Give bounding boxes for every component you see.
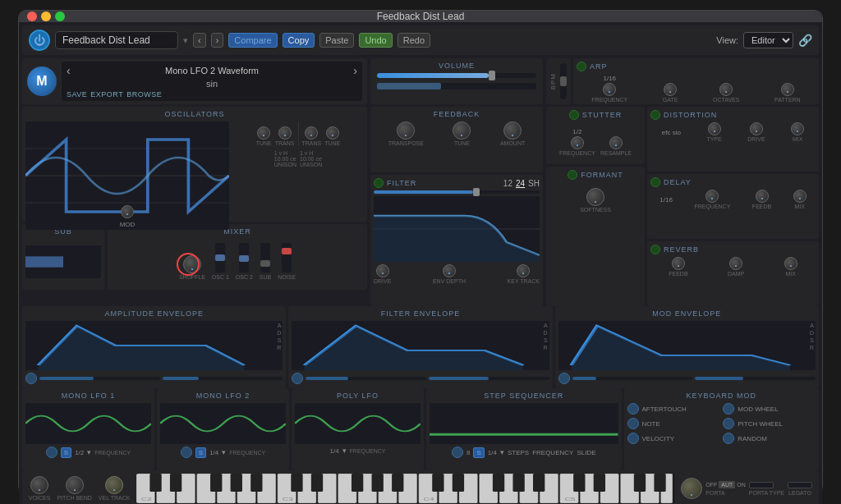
nav-prev-button[interactable]: ‹ xyxy=(193,33,206,48)
preset-next-button[interactable]: › xyxy=(353,64,357,77)
browse-button[interactable]: BROWSE xyxy=(126,90,162,99)
random-icon[interactable] xyxy=(723,433,734,444)
transpose-knob[interactable] xyxy=(397,121,415,140)
stutter-power[interactable] xyxy=(569,110,579,120)
amount-knob[interactable] xyxy=(503,121,522,140)
close-button[interactable] xyxy=(27,11,37,21)
pitch-bend-knob[interactable] xyxy=(66,476,84,494)
export-button[interactable]: EXPORT xyxy=(90,90,123,99)
formant-softness-knob[interactable] xyxy=(586,188,604,206)
svg-rect-65 xyxy=(655,474,666,492)
bpm-slider[interactable] xyxy=(560,63,567,99)
porta-type-input[interactable] xyxy=(749,482,774,488)
reverb-damp-knob[interactable] xyxy=(729,257,742,270)
dist-mix-knob[interactable] xyxy=(791,122,804,135)
arp-freq-knob[interactable] xyxy=(603,83,616,96)
reverb-feedb-knob[interactable] xyxy=(672,257,685,270)
reverb-mix-knob[interactable] xyxy=(784,257,797,270)
dist-drive-knob[interactable] xyxy=(750,122,763,135)
steps-value: 8 xyxy=(466,449,470,456)
mono-lfo2-s-btn[interactable]: S xyxy=(195,447,206,458)
osc1-fader-track[interactable] xyxy=(215,243,225,273)
undo-button[interactable]: Undo xyxy=(359,33,392,48)
filter-sh[interactable]: SH xyxy=(528,179,540,188)
filter-power[interactable] xyxy=(374,178,384,188)
tune-knob-2[interactable] xyxy=(326,126,339,140)
copy-button[interactable]: Copy xyxy=(283,33,315,48)
volume-slider[interactable] xyxy=(377,73,536,78)
note-icon[interactable] xyxy=(627,418,639,429)
save-button[interactable]: SAVE xyxy=(67,90,87,99)
shuffle-knob[interactable] xyxy=(183,255,201,273)
sub-fader-track[interactable] xyxy=(260,243,270,273)
nav-next-button[interactable]: › xyxy=(211,33,224,48)
reverb-section: REVERB FEEDB DAMP xyxy=(647,241,819,306)
maximize-button[interactable] xyxy=(55,11,65,21)
aftertouch-icon[interactable] xyxy=(627,403,639,415)
step-seq-s-btn[interactable]: S xyxy=(473,447,484,458)
unison-label-1: 1 v H10.00 ceUNISON xyxy=(274,150,296,167)
stutter-freq-knob[interactable] xyxy=(571,136,584,149)
arp-octaves-knob[interactable] xyxy=(719,83,733,96)
mono-lfo1-icon[interactable] xyxy=(46,447,57,458)
env-depth-knob[interactable] xyxy=(443,264,456,277)
mod-label: MOD xyxy=(120,221,136,228)
filter-12[interactable]: 12 xyxy=(503,179,512,188)
mono-lfo1-s-btn[interactable]: S xyxy=(61,447,71,458)
minimize-button[interactable] xyxy=(41,11,51,21)
aut-label[interactable]: AUT xyxy=(719,481,735,488)
filter-env-icon[interactable] xyxy=(292,373,303,384)
mono-lfo1-rate-arrow[interactable]: ▾ xyxy=(87,448,91,456)
noise-fader-track[interactable] xyxy=(282,243,292,273)
amp-env-icon[interactable] xyxy=(25,373,37,384)
delay-feedb-knob[interactable] xyxy=(756,190,769,203)
reverb-power[interactable] xyxy=(650,245,660,254)
drive-knob[interactable] xyxy=(376,264,389,277)
preset-prev-button[interactable]: ‹ xyxy=(67,64,71,77)
link-icon[interactable]: 🔗 xyxy=(798,34,812,47)
arp-gate-knob[interactable] xyxy=(664,83,677,96)
dist-value: efc sio xyxy=(662,129,681,136)
mod-wheel-label: MOD WHEEL xyxy=(738,405,778,413)
velocity-icon[interactable] xyxy=(627,433,639,444)
pitch-wheel-icon[interactable] xyxy=(723,418,734,429)
volume-bar-2[interactable] xyxy=(377,83,536,89)
delay-freq-knob[interactable] xyxy=(705,190,719,203)
key-track-knob[interactable] xyxy=(517,264,530,277)
view-select[interactable]: Editor xyxy=(743,32,793,48)
step-seq-icon[interactable] xyxy=(452,447,463,458)
legato-toggle[interactable] xyxy=(788,482,812,488)
mono-lfo2-icon[interactable] xyxy=(181,447,192,458)
mod-env-icon[interactable] xyxy=(558,373,570,384)
step-seq-rate-arrow[interactable]: ▾ xyxy=(500,448,504,456)
paste-button[interactable]: Paste xyxy=(319,33,354,48)
dist-power[interactable] xyxy=(650,110,660,120)
fb-tune-knob[interactable] xyxy=(453,121,471,140)
delay-power[interactable] xyxy=(650,177,660,187)
tune-knob-1[interactable] xyxy=(257,126,270,140)
mono-lfo2-rate-arrow[interactable]: ▾ xyxy=(222,448,226,456)
volume-thumb[interactable] xyxy=(489,71,495,80)
trans-knob-1[interactable] xyxy=(278,126,292,140)
filter-24[interactable]: 24 xyxy=(516,179,525,188)
osc2-fader-track[interactable] xyxy=(239,243,249,273)
arp-pattern-knob[interactable] xyxy=(781,83,794,96)
compare-button[interactable]: Compare xyxy=(228,33,277,48)
redo-button[interactable]: Redo xyxy=(398,33,430,48)
arp-power[interactable] xyxy=(577,62,586,71)
mod-knob[interactable] xyxy=(121,205,134,218)
voices-knob[interactable] xyxy=(30,476,48,494)
poly-lfo-rate-arrow[interactable]: ▾ xyxy=(342,447,347,455)
trans-knob-2[interactable] xyxy=(305,126,318,140)
vel-track-knob[interactable] xyxy=(105,476,123,494)
dist-type-knob[interactable] xyxy=(708,122,721,135)
filter-freq-thumb[interactable] xyxy=(473,188,480,196)
power-button[interactable]: ⏻ xyxy=(29,30,50,51)
arp-rate: 1/16 xyxy=(603,75,616,82)
mod-wheel-icon[interactable] xyxy=(723,403,734,415)
porta-knob[interactable] xyxy=(681,478,702,499)
preset-name-input[interactable] xyxy=(55,31,178,49)
formant-power[interactable] xyxy=(568,170,577,180)
delay-mix-knob[interactable] xyxy=(793,190,807,203)
stutter-resample-knob[interactable] xyxy=(609,136,623,149)
